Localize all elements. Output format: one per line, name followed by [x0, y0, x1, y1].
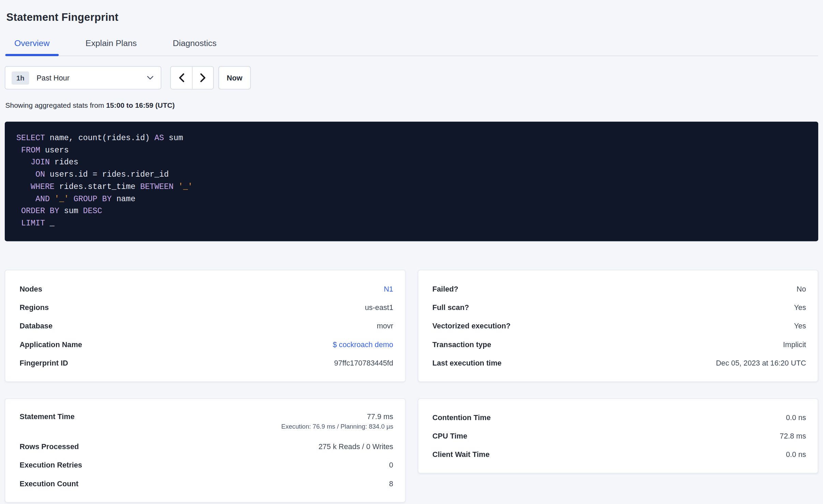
table-row: Nodes N1 — [19, 279, 393, 298]
table-row: Execution Count 8 — [19, 474, 393, 492]
row-label: Fingerprint ID — [19, 358, 68, 367]
row-value: us-east1 — [365, 303, 393, 311]
row-value: 8 — [389, 479, 393, 488]
table-row: Statement Time 77.9 ms Execution: 76.9 m… — [19, 408, 393, 437]
row-label: Execution Retries — [19, 460, 82, 469]
row-value-stack: 77.9 ms Execution: 76.9 ms / Planning: 8… — [281, 408, 393, 430]
next-time-button[interactable] — [192, 66, 213, 89]
table-row: Execution Retries 0 — [19, 456, 393, 474]
time-range-badge: 1h — [12, 71, 29, 85]
aggregation-range-text: Showing aggregated stats from 15:00 to 1… — [5, 102, 818, 109]
table-row: Last execution time Dec 05, 2023 at 16:2… — [432, 353, 806, 372]
row-value: Yes — [794, 303, 806, 311]
row-label: Failed? — [432, 284, 458, 293]
row-label: Transaction type — [432, 340, 491, 349]
page-title: Statement Fingerprint — [5, 0, 818, 23]
table-row: Contention Time 0.0 ns — [432, 408, 806, 426]
row-label: Last execution time — [432, 358, 502, 367]
sql-line: JOIN rides — [16, 157, 807, 169]
row-label: CPU Time — [432, 431, 467, 440]
tab-overview[interactable]: Overview — [5, 34, 59, 56]
row-value: 0 — [389, 460, 393, 469]
time-stats-card: Contention Time 0.0 ns CPU Time 72.8 ms … — [418, 398, 818, 473]
row-label: Application Name — [19, 340, 82, 349]
previous-time-button[interactable] — [171, 66, 192, 89]
table-row: CPU Time 72.8 ms — [432, 426, 806, 445]
row-label: Nodes — [19, 284, 42, 293]
row-value: 72.8 ms — [780, 431, 806, 440]
nodes-link[interactable]: N1 — [384, 284, 393, 293]
chevron-down-icon — [147, 76, 153, 80]
row-value: 77.9 ms — [367, 412, 393, 421]
sql-line: ON users.id = rides.rider_id — [16, 169, 807, 181]
tab-bar: Overview Explain Plans Diagnostics — [5, 34, 818, 56]
time-range-dropdown[interactable]: 1h Past Hour — [5, 66, 161, 89]
table-row: Vectorized execution? Yes — [432, 316, 806, 335]
row-label: Execution Count — [19, 479, 78, 488]
sql-line: SELECT name, count(rides.id) AS sum — [16, 132, 807, 145]
row-label: Regions — [19, 303, 49, 311]
time-step-buttons — [170, 66, 214, 89]
aggregation-range-prefix: Showing aggregated stats from — [5, 102, 106, 109]
row-label: Statement Time — [19, 408, 74, 420]
table-row: Regions us-east1 — [19, 298, 393, 316]
tab-explain-plans[interactable]: Explain Plans — [76, 34, 146, 56]
row-label: Client Wait Time — [432, 450, 490, 458]
details-cards-row-2: Statement Time 77.9 ms Execution: 76.9 m… — [5, 398, 818, 503]
statement-fingerprint-page: Statement Fingerprint Overview Explain P… — [0, 0, 823, 504]
chevron-left-icon — [178, 73, 185, 83]
sql-line: WHERE rides.start_time BETWEEN '_' — [16, 181, 807, 193]
sql-line: AND '_' GROUP BY name — [16, 193, 807, 205]
table-row: Fingerprint ID 97ffc170783445fd — [19, 353, 393, 372]
row-label: Contention Time — [432, 413, 491, 421]
row-value: 0.0 ns — [786, 413, 806, 421]
table-row: Failed? No — [432, 279, 806, 298]
sql-line: FROM users — [16, 145, 807, 157]
table-row: Database movr — [19, 316, 393, 335]
table-row: Full scan? Yes — [432, 298, 806, 316]
details-cards-row-1: Nodes N1 Regions us-east1 Database movr … — [5, 270, 818, 382]
sql-line: ORDER BY sum DESC — [16, 205, 807, 218]
chevron-right-icon — [200, 73, 206, 83]
row-label: Vectorized execution? — [432, 321, 510, 330]
application-name-link[interactable]: $ cockroach demo — [333, 340, 393, 349]
row-value: movr — [377, 321, 393, 330]
statement-stats-card: Statement Time 77.9 ms Execution: 76.9 m… — [5, 398, 405, 503]
table-row: Client Wait Time 0.0 ns — [432, 445, 806, 463]
row-value: 275 k Reads / 0 Writes — [318, 442, 393, 450]
row-value: Dec 05, 2023 at 16:20 UTC — [716, 358, 806, 367]
now-button[interactable]: Now — [219, 66, 251, 89]
row-value: Yes — [794, 321, 806, 330]
table-row: Application Name $ cockroach demo — [19, 335, 393, 353]
row-label: Full scan? — [432, 303, 469, 311]
table-row: Transaction type Implicit — [432, 335, 806, 353]
sql-statement: SELECT name, count(rides.id) AS sum FROM… — [5, 122, 818, 241]
row-value: 97ffc170783445fd — [334, 358, 393, 367]
row-label: Database — [19, 321, 53, 330]
row-value: 0.0 ns — [786, 450, 806, 458]
statement-details-card: Nodes N1 Regions us-east1 Database movr … — [5, 270, 405, 382]
row-subvalue: Execution: 76.9 ms / Planning: 834.0 µs — [281, 423, 393, 430]
time-range-label: Past Hour — [36, 74, 147, 82]
row-value: Implicit — [783, 340, 806, 349]
tab-diagnostics[interactable]: Diagnostics — [164, 34, 225, 56]
aggregation-range-value: 15:00 to 16:59 (UTC) — [106, 102, 175, 109]
sql-line: LIMIT _ — [16, 218, 807, 230]
row-value: No — [797, 284, 806, 293]
time-controls: 1h Past Hour Now — [5, 66, 818, 89]
row-label: Rows Processed — [19, 442, 79, 450]
execution-attributes-card: Failed? No Full scan? Yes Vectorized exe… — [418, 270, 818, 382]
table-row: Rows Processed 275 k Reads / 0 Writes — [19, 437, 393, 455]
